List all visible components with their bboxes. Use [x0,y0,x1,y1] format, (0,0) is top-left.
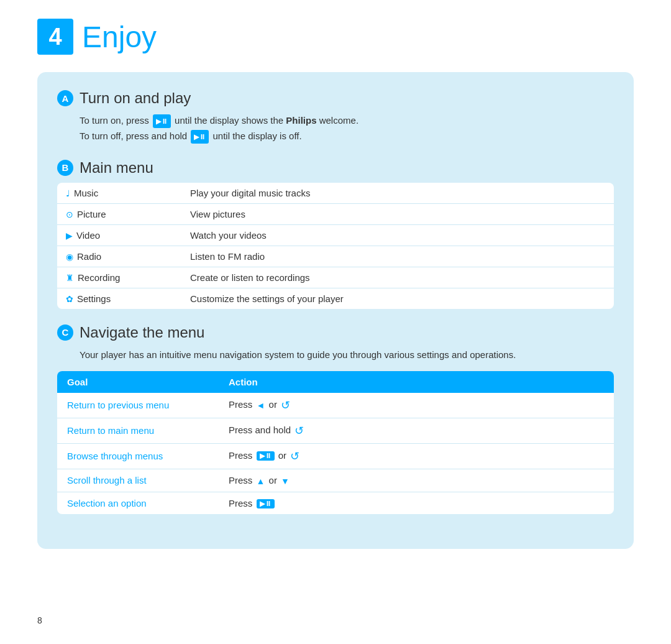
nav-goal: Return to previous menu [57,393,219,418]
turn-off-instruction: To turn off, press and hold ▶⏸ until the… [80,129,614,144]
menu-item-description: Listen to FM radio [181,246,614,267]
nav-description: Your player has an intuitive menu naviga… [57,347,614,362]
menu-row: ♩Music Play your digital music tracks [57,183,614,204]
section-b-title: Main menu [80,159,153,177]
page-header: 4 Enjoy [37,19,634,55]
menu-item-name: ♩Music [57,183,181,204]
nav-action: Press and hold ↺ [219,418,614,443]
section-b-header: B Main menu [57,159,614,177]
menu-row: ◉Radio Listen to FM radio [57,246,614,267]
nav-goal: Selection an option [57,492,219,514]
play-pause-icon-nav: ▶⏸ [257,451,275,461]
nav-action: Press ◄ or ↺ [219,393,614,418]
menu-item-description: Create or listen to recordings [181,267,614,288]
nav-table-row: Return to main menu Press and hold ↺ [57,418,614,443]
nav-col-action: Action [219,371,614,393]
left-arrow-icon: ◄ [257,400,265,410]
nav-table-row: Browse through menus Press ▶⏸ or ↺ [57,443,614,469]
nav-goal: Browse through menus [57,443,219,469]
down-arrow-icon: ▼ [281,476,290,486]
menu-item-icon: ✿ [66,294,73,304]
back-icon-3: ↺ [290,449,299,463]
turn-on-instruction: To turn on, press ▶⏸ until the display s… [80,113,614,129]
menu-row: ♜Recording Create or listen to recording… [57,267,614,288]
chapter-number: 4 [37,19,73,55]
section-a-header: A Turn on and play [57,90,614,107]
menu-row: ✿Settings Customize the settings of your… [57,288,614,309]
menu-row: ⊙Picture View pictures [57,203,614,224]
nav-table-row: Return to previous menu Press ◄ or ↺ [57,393,614,418]
section-a-title: Turn on and play [80,90,191,107]
play-pause-icon-2: ▶⏸ [191,130,209,144]
menu-item-description: Watch your videos [181,224,614,246]
nav-table-row: Scroll through a list Press ▲ or ▼ [57,469,614,492]
menu-item-icon: ♩ [66,188,70,198]
up-arrow-icon: ▲ [257,476,265,486]
main-menu-table: ♩Music Play your digital music tracks ⊙P… [57,183,614,309]
play-pause-icon-select: ▶⏸ [257,499,275,508]
nav-table-header-row: Goal Action [57,371,614,393]
section-a-badge: A [57,90,73,106]
main-card: A Turn on and play To turn on, press ▶⏸ … [37,72,634,549]
menu-item-name: ◉Radio [57,246,181,267]
menu-item-name: ▶Video [57,224,181,246]
page-title: Enjoy [82,20,157,54]
play-pause-icon-1: ▶⏸ [153,114,171,128]
menu-item-icon: ♜ [66,273,74,283]
section-a: A Turn on and play To turn on, press ▶⏸ … [57,90,614,144]
nav-table: Goal Action Return to previous menu Pres… [57,371,614,515]
section-c-badge: C [57,324,73,341]
menu-row: ▶Video Watch your videos [57,224,614,246]
menu-item-icon: ⊙ [66,209,73,219]
nav-col-goal: Goal [57,371,219,393]
nav-action: Press ▶⏸ [219,492,614,514]
section-c-title: Navigate the menu [80,324,204,341]
menu-item-icon: ◉ [66,252,73,262]
nav-action: Press ▲ or ▼ [219,469,614,492]
menu-item-name: ✿Settings [57,288,181,309]
menu-item-description: Customize the settings of your player [181,288,614,309]
menu-item-name: ♜Recording [57,267,181,288]
nav-table-row: Selection an option Press ▶⏸ [57,492,614,514]
menu-item-description: View pictures [181,203,614,224]
menu-item-icon: ▶ [66,231,73,241]
section-a-body: To turn on, press ▶⏸ until the display s… [57,113,614,144]
menu-item-description: Play your digital music tracks [181,183,614,204]
section-b: B Main menu ♩Music Play your digital mus… [57,159,614,309]
nav-goal: Scroll through a list [57,469,219,492]
page-number: 8 [37,615,42,625]
nav-goal: Return to main menu [57,418,219,443]
section-c-header: C Navigate the menu [57,324,614,341]
menu-item-name: ⊙Picture [57,203,181,224]
section-b-badge: B [57,160,73,176]
back-icon-1: ↺ [281,398,290,412]
nav-action: Press ▶⏸ or ↺ [219,443,614,469]
section-c: C Navigate the menu Your player has an i… [57,324,614,515]
back-icon-2: ↺ [294,424,304,438]
